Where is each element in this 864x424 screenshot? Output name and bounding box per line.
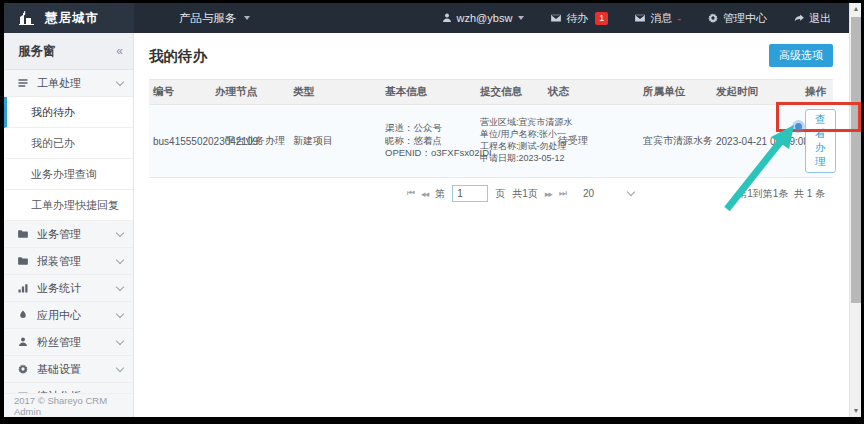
table-row[interactable]: bus4155502023042109. 平台业务办理 新建项目 渠道：公众号 … <box>149 105 833 178</box>
chevron-down-icon <box>116 77 124 85</box>
chevron-down-icon <box>116 336 124 344</box>
sidebar-item-business-query[interactable]: 业务办理查询 <box>4 159 133 190</box>
sidebar-collapse-button[interactable]: « <box>116 44 123 58</box>
envelope-icon <box>634 12 646 24</box>
chevron-down-icon <box>244 16 250 20</box>
col-header-type: 类型 <box>289 80 381 105</box>
city-building-icon <box>17 9 37 27</box>
sidebar-item-quick-reply[interactable]: 工单办理快捷回复 <box>4 190 133 221</box>
main-content: 我的待办 高级选项 编号 办理节点 类型 基本信息 提交信息 状态 所属单位 发… <box>135 33 849 417</box>
gear-icon <box>17 363 29 375</box>
page-prefix: 第 <box>435 187 445 201</box>
col-header-action: 操作 <box>801 80 833 105</box>
chevron-down-icon <box>116 255 124 263</box>
scroll-up-icon[interactable]: ▲ <box>850 3 861 15</box>
pager: ⏮ ◂◂ 第 页 共1页 ▸▸ ⏭ 20 <box>407 185 634 202</box>
scroll-down-icon[interactable]: ▼ <box>850 405 861 417</box>
page-title: 我的待办 <box>149 44 207 66</box>
sidebar-group-business-stats[interactable]: 业务统计 <box>4 275 133 302</box>
sidebar-item-my-done[interactable]: 我的已办 <box>4 128 133 159</box>
cell-status: 待受理 <box>544 105 639 178</box>
total-pages: 共1页 <box>512 187 538 201</box>
col-header-status: 状态 <box>544 80 639 105</box>
sidebar-group-workorder[interactable]: 工单处理 <box>4 70 133 97</box>
sidebar-footer-copyright: 2017 © Shareyo CRM Admin <box>4 393 133 417</box>
scrollbar-thumb[interactable] <box>851 17 861 303</box>
topbar-right: wzh@ybsw 待办 1 消息 - 管理中心 退出 <box>441 11 849 26</box>
advanced-options-button[interactable]: 高级选项 <box>769 44 833 67</box>
chevron-down-icon <box>116 309 124 317</box>
main-header: 我的待办 高级选项 <box>149 44 833 67</box>
page-number-input[interactable] <box>452 185 488 202</box>
todo-table: 编号 办理节点 类型 基本信息 提交信息 状态 所属单位 发起时间 操作 bus… <box>149 79 833 178</box>
col-header-basic-info: 基本信息 <box>381 80 476 105</box>
next-page-icon[interactable]: ▸▸ <box>545 189 552 199</box>
message-badge: - <box>677 12 681 24</box>
user-icon <box>441 12 453 24</box>
pagination-row: ⏮ ◂◂ 第 页 共1页 ▸▸ ⏭ 20 第1到第1条 共 1 条 <box>149 185 833 205</box>
sidebar-submenu: 我的待办 我的已办 业务办理查询 工单办理快捷回复 <box>4 97 133 221</box>
record-range-text: 第1到第1条 共 1 条 <box>737 187 825 201</box>
user-menu[interactable]: wzh@ybsw <box>441 12 525 24</box>
sidebar-group-fans-mgmt[interactable]: 粉丝管理 <box>4 329 133 356</box>
user-icon <box>17 336 29 348</box>
chevron-down-icon <box>518 16 524 20</box>
prev-page-icon[interactable]: ◂◂ <box>421 189 428 199</box>
cell-type: 新建项目 <box>289 105 381 178</box>
admin-center-menu[interactable]: 管理中心 <box>707 11 767 26</box>
page-suffix: 页 <box>495 187 505 201</box>
vertical-scrollbar[interactable]: ▲ ▼ <box>849 3 861 417</box>
col-header-start-time: 发起时间 <box>712 80 801 105</box>
cell-org: 宜宾市清源水务集团有限 <box>639 105 712 178</box>
table-header-row: 编号 办理节点 类型 基本信息 提交信息 状态 所属单位 发起时间 操作 <box>149 80 833 105</box>
envelope-icon <box>550 12 562 24</box>
cell-action: 查看办理 <box>801 105 833 178</box>
folder-icon <box>17 255 29 267</box>
folder-icon <box>17 228 29 240</box>
sidebar: 服务窗 « 工单处理 我的待办 我的已办 业务办理查询 工单办理快捷回复 业务管… <box>4 33 134 417</box>
first-page-icon[interactable]: ⏮ <box>407 188 414 199</box>
app-window: 慧居城市 产品与服务 wzh@ybsw 待办 1 消息 - <box>4 3 861 417</box>
sidebar-group-app-center[interactable]: 应用中心 <box>4 302 133 329</box>
col-header-node: 办理节点 <box>211 80 289 105</box>
last-page-icon[interactable]: ⏭ <box>559 188 566 199</box>
logout-arrow-icon <box>793 12 805 24</box>
bar-chart-icon <box>17 282 29 294</box>
sidebar-header: 服务窗 « <box>4 33 133 70</box>
sidebar-group-install-mgmt[interactable]: 报装管理 <box>4 248 133 275</box>
cell-submit-info: 营业区域:宜宾市清源水 单位/用户名称:张小一 工程名称:测试-勿处理 申请日期… <box>476 105 544 178</box>
todo-menu[interactable]: 待办 1 <box>550 11 608 26</box>
sidebar-item-my-todo[interactable]: 我的待办 <box>4 97 133 128</box>
col-header-submit-info: 提交信息 <box>476 80 544 105</box>
cell-start-time: 2023-04-21 09:39:08 <box>712 105 801 178</box>
col-header-org: 所属单位 <box>639 80 712 105</box>
logout-menu[interactable]: 退出 <box>793 11 831 26</box>
gear-icon <box>707 12 719 24</box>
chevron-down-icon <box>116 228 124 236</box>
messages-menu[interactable]: 消息 - <box>634 11 681 26</box>
sidebar-title: 服务窗 <box>18 43 116 60</box>
cell-id: bus4155502023042109. <box>149 105 211 178</box>
col-header-id: 编号 <box>149 80 211 105</box>
chevron-down-icon <box>116 282 124 290</box>
sidebar-group-basic-settings[interactable]: 基础设置 <box>4 356 133 383</box>
list-icon <box>17 77 29 89</box>
menu-products-services[interactable]: 产品与服务 <box>179 11 250 26</box>
chevron-down-icon <box>627 188 635 196</box>
topbar: 慧居城市 产品与服务 wzh@ybsw 待办 1 消息 - <box>4 3 849 33</box>
logo[interactable]: 慧居城市 <box>4 3 134 33</box>
cell-basic-info: 渠道：公众号 昵称：悠着点 OPENID：o3FXFsx02IDI <box>381 105 476 178</box>
app-title: 慧居城市 <box>45 10 99 27</box>
todo-count-badge: 1 <box>595 12 608 25</box>
chevron-down-icon <box>116 363 124 371</box>
droplet-icon <box>17 309 29 321</box>
view-handle-button[interactable]: 查看办理 <box>805 109 836 173</box>
page-size-select[interactable]: 20 <box>583 188 634 199</box>
sidebar-group-business-mgmt[interactable]: 业务管理 <box>4 221 133 248</box>
